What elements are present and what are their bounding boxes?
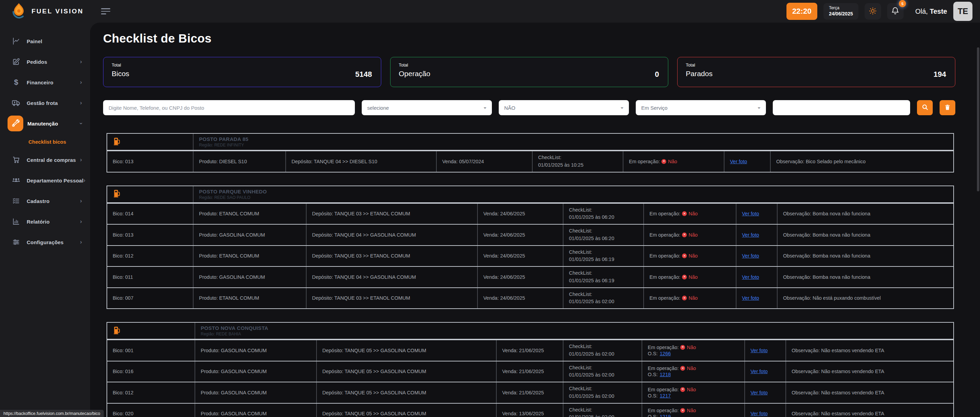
extra-filter-input[interactable] bbox=[773, 100, 910, 115]
ver-foto-link[interactable]: Ver foto bbox=[742, 295, 759, 301]
checklist-cell: CheckList: 01/01/2025 às 02:00 bbox=[563, 382, 641, 403]
sidebar-item-relatorio[interactable]: Relatório › bbox=[0, 211, 90, 232]
venda-cell: Venda: 21/06/2025 bbox=[496, 382, 563, 403]
notifications-button[interactable]: 5 bbox=[887, 3, 904, 19]
operacao-cell: Em operação: ✕ Não O.S: 1217 bbox=[641, 382, 745, 403]
sidebar-item-gestao-frota[interactable]: Gestão frota › bbox=[0, 93, 90, 113]
theme-toggle-button[interactable] bbox=[865, 3, 881, 19]
scrollbar-thumb[interactable] bbox=[977, 47, 979, 191]
bico-cell: Bico: 012 bbox=[107, 246, 193, 267]
os-link[interactable]: 1266 bbox=[660, 351, 671, 356]
chevron-down-icon: › bbox=[620, 107, 625, 109]
table-row: Bico: 013 Produto: GASOLINA COMUM Depósi… bbox=[107, 224, 953, 245]
station-info-cell: POSTO NOVA CONQUISTA Região: REDE BAHIA bbox=[194, 323, 953, 339]
table-row: Bico: 001 Produto: GASOLINA COMUM Depósi… bbox=[107, 339, 953, 361]
date-badge: Terça 24/06/2025 bbox=[824, 3, 858, 19]
search-input[interactable] bbox=[103, 100, 355, 115]
produto-cell: Produto: GASOLINA COMUM bbox=[194, 340, 316, 361]
operacao-cell: Em operação: ✕ Não O.S: 1218 bbox=[641, 361, 745, 382]
station-info-cell: POSTO PARQUE VINHEDO Região: REDE SAO PA… bbox=[193, 186, 953, 202]
operacao-select[interactable]: NÃO › bbox=[499, 100, 629, 115]
not-operating-icon: ✕ bbox=[682, 275, 687, 280]
observacao-cell: Observação: Não estamos vendendo ETA bbox=[786, 382, 953, 403]
chevron-right-icon: › bbox=[80, 198, 82, 204]
produto-cell: Produto: ETANOL COMUM bbox=[193, 288, 306, 308]
foto-cell: Ver foto bbox=[736, 246, 777, 267]
search-button[interactable] bbox=[917, 100, 933, 115]
chevron-right-icon: › bbox=[80, 157, 82, 163]
sidebar-item-pedidos[interactable]: Pedidos › bbox=[0, 51, 90, 72]
sidebar: Painel Pedidos › $ Financeiro › bbox=[0, 22, 90, 417]
chart-line-icon bbox=[11, 37, 21, 45]
operacao-cell: Em operação: ✕ Não bbox=[643, 267, 736, 288]
not-operating-icon: ✕ bbox=[680, 366, 685, 371]
sliders-icon bbox=[11, 238, 21, 246]
avatar[interactable]: TE bbox=[953, 2, 972, 21]
bico-cell: Bico: 012 bbox=[107, 382, 194, 403]
menu-toggle-icon[interactable] bbox=[101, 8, 110, 14]
checklist-cell: CheckList: 01/01/2025 às 10:25 bbox=[532, 151, 623, 172]
checklist-groups: POSTO PARADA 85 Região: REDE INFINITY Bi… bbox=[107, 133, 954, 417]
not-operating-icon: ✕ bbox=[682, 233, 687, 237]
station-group-parada-85: POSTO PARADA 85 Região: REDE INFINITY Bi… bbox=[107, 133, 954, 173]
foto-cell: Ver foto bbox=[745, 404, 786, 417]
ver-foto-link[interactable]: Ver foto bbox=[751, 390, 768, 395]
sidebar-item-manutencao[interactable]: Manutenção › bbox=[0, 113, 90, 134]
card-total-bicos: Total Bicos 5148 bbox=[103, 57, 381, 87]
checklist-icon bbox=[11, 197, 21, 205]
operacao-cell: Em operação: ✕ Não bbox=[643, 246, 736, 267]
produto-cell: Produto: GASOLINA COMUM bbox=[193, 267, 306, 288]
ver-foto-link[interactable]: Ver foto bbox=[730, 159, 747, 164]
table-row: Bico: 007 Produto: ETANOL COMUM Depósito… bbox=[107, 288, 953, 308]
pump-icon-cell bbox=[107, 186, 193, 202]
sidebar-item-checklist-bicos[interactable]: Checklist bicos bbox=[0, 134, 90, 150]
ver-foto-link[interactable]: Ver foto bbox=[751, 411, 768, 416]
bico-cell: Bico: 013 bbox=[107, 151, 193, 172]
observacao-cell: Observação: Não estamos vendendo ETA bbox=[786, 340, 953, 361]
chevron-right-icon: › bbox=[80, 79, 82, 85]
pump-icon-cell bbox=[107, 323, 194, 339]
checklist-cell: CheckList: 01/01/2025 às 02:00 bbox=[563, 288, 643, 308]
weekday-label: Terça bbox=[829, 5, 853, 11]
deposito-cell: Depósito: TANQUE 03 >> ETANOL COMUM bbox=[306, 288, 477, 308]
bar-chart-icon bbox=[11, 217, 21, 226]
os-link[interactable]: 1218 bbox=[660, 372, 671, 377]
sidebar-item-central-de-compras[interactable]: Central de compras › bbox=[0, 150, 90, 170]
brand-logo[interactable]: FUEL VISION bbox=[0, 2, 90, 21]
sidebar-item-cadastro[interactable]: Cadastro › bbox=[0, 191, 90, 211]
produto-cell: Produto: GASOLINA COMUM bbox=[194, 382, 316, 403]
ver-foto-link[interactable]: Ver foto bbox=[751, 348, 768, 353]
not-operating-icon: ✕ bbox=[682, 296, 687, 300]
status-select[interactable]: Em Serviço › bbox=[636, 100, 766, 115]
sidebar-item-departamento-pessoal[interactable]: Departamento Pessoal › bbox=[0, 170, 90, 191]
observacao-cell: Observação: Bomba nova não funciona bbox=[777, 246, 953, 267]
station-group-nova-conquista: POSTO NOVA CONQUISTA Região: REDE BAHIA … bbox=[107, 322, 954, 417]
fuel-drop-logo-icon bbox=[10, 2, 27, 21]
venda-cell: Venda: 21/06/2025 bbox=[496, 361, 563, 382]
foto-cell: Ver foto bbox=[736, 267, 777, 288]
sidebar-item-painel[interactable]: Painel bbox=[0, 31, 90, 51]
produto-cell: Produto: DIESEL S10 bbox=[193, 151, 285, 172]
sidebar-item-financeiro[interactable]: $ Financeiro › bbox=[0, 72, 90, 93]
bico-cell: Bico: 007 bbox=[107, 288, 193, 308]
checklist-cell: CheckList: 01/01/2025 às 02:00 bbox=[563, 340, 641, 361]
ver-foto-link[interactable]: Ver foto bbox=[742, 274, 759, 280]
table-row: Bico: 016 Produto: GASOLINA COMUM Depósi… bbox=[107, 361, 953, 382]
ver-foto-link[interactable]: Ver foto bbox=[742, 211, 759, 216]
os-link[interactable]: 1219 bbox=[660, 414, 671, 417]
produto-cell: Produto: GASOLINA COMUM bbox=[194, 404, 316, 417]
checklist-cell: CheckList: 01/01/2025 às 06:20 bbox=[563, 204, 643, 224]
foto-cell: Ver foto bbox=[736, 204, 777, 224]
bico-cell: Bico: 011 bbox=[107, 267, 193, 288]
bico-cell: Bico: 016 bbox=[107, 361, 194, 382]
checklist-cell: CheckList: 01/01/2025 às 06:20 bbox=[563, 225, 643, 245]
os-link[interactable]: 1217 bbox=[660, 393, 671, 398]
posto-select[interactable]: selecione › bbox=[362, 100, 492, 115]
ver-foto-link[interactable]: Ver foto bbox=[751, 369, 768, 374]
foto-cell: Ver foto bbox=[745, 382, 786, 403]
clear-filters-button[interactable] bbox=[940, 100, 955, 115]
sidebar-item-configuracoes[interactable]: Configurações › bbox=[0, 232, 90, 252]
ver-foto-link[interactable]: Ver foto bbox=[742, 253, 759, 259]
ver-foto-link[interactable]: Ver foto bbox=[742, 232, 759, 238]
table-row: Bico: 011 Produto: GASOLINA COMUM Depósi… bbox=[107, 266, 953, 288]
